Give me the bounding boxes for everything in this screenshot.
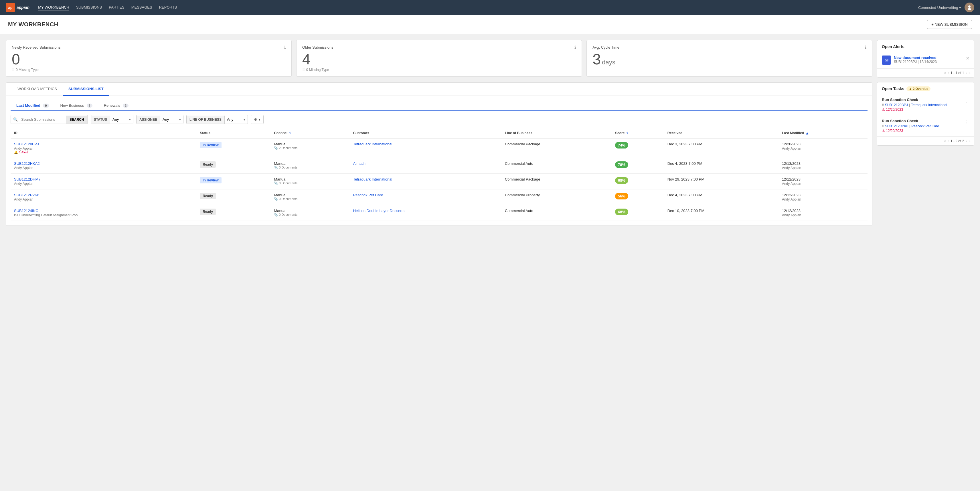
alert-title[interactable]: New document received [894, 56, 963, 60]
channel-info-icon[interactable]: ℹ [290, 131, 291, 135]
customer-link[interactable]: Helicon Double Layer Desserts [353, 208, 404, 213]
tasks-prev-page-btn[interactable]: ‹ [948, 139, 949, 143]
sub-tab-renewals[interactable]: Renewals 3 [98, 100, 135, 110]
assignee-filter: ASSIGNEE Any [136, 115, 183, 124]
cell-score: 74% [612, 138, 664, 158]
task-more-button[interactable]: ⋮ [964, 98, 969, 104]
tab-workload-metrics[interactable]: WORKLOAD METRICS [12, 83, 63, 96]
alerts-first-page-btn[interactable]: « [944, 71, 946, 75]
lob-filter-select[interactable]: Any [225, 115, 248, 124]
cell-score: 78% [612, 158, 664, 174]
modifier-name: Andy Appian [782, 197, 801, 202]
alert-meta: SUB12120BPJ | 12/14/2023 [894, 60, 963, 64]
submission-assignee: ISU Underwriting Default Assignment Pool [14, 213, 78, 217]
task-more-button[interactable]: ⋮ [964, 119, 969, 125]
task-title: Run Sanction Check [882, 119, 964, 123]
stat-number-newly-received: 0 [12, 52, 286, 67]
search-button[interactable]: SEARCH [66, 116, 88, 124]
cell-customer: Peacock Pet Care [350, 189, 501, 205]
customer-link[interactable]: Tetraquark International [353, 177, 392, 181]
channel-type: Manual [274, 177, 286, 181]
alerts-next-page-btn[interactable]: › [966, 71, 967, 75]
missing-icon-0: ☰ [12, 68, 14, 72]
tasks-first-page-btn[interactable]: « [944, 139, 946, 143]
col-header-last-modified[interactable]: Last Modified ▲ [778, 128, 867, 138]
alerts-prev-page-btn[interactable]: ‹ [948, 71, 949, 75]
customer-link[interactable]: Almach [353, 161, 366, 166]
stat-label-older-submissions: Older Submissions [302, 45, 333, 49]
table-header-row: ID Status Channel ℹ Customer Line of Bus… [11, 128, 867, 138]
modifier-name: Andy Appian [782, 182, 801, 186]
logo-name: appian [17, 5, 29, 10]
info-icon-newly-received[interactable]: ℹ [284, 45, 286, 49]
alert-close-button[interactable]: ✕ [966, 56, 969, 61]
table-row: SUB1212HKA2 Andy Appian Ready Manual 📎 0… [11, 158, 867, 174]
score-info-icon[interactable]: ℹ [627, 131, 628, 135]
submissions-content: Last Modified 9 New Business 6 Renewals … [6, 96, 872, 226]
cell-id: SUB12124IKO ISU Underwriting Default Ass… [11, 205, 196, 221]
col-header-status: Status [196, 128, 270, 138]
cell-score: 68% [612, 174, 664, 189]
nav-reports[interactable]: REPORTS [159, 4, 177, 11]
task-title: Run Sanction Check [882, 98, 964, 102]
nav-links: MY WORKBENCH SUBMISSIONS PARTIES MESSAGE… [38, 4, 910, 11]
left-content: Newly Received Submissions ℹ 0 ☰ 0 Missi… [6, 40, 872, 226]
cell-received: Nov 29, 2023 7:00 PM [664, 174, 778, 189]
info-icon-older-submissions[interactable]: ℹ [574, 45, 576, 49]
cell-received: Dec 4, 2023 7:00 PM [664, 189, 778, 205]
page-title: MY WORKBENCH [8, 21, 58, 28]
submission-id-link[interactable]: SUB1212HKA2 [14, 161, 40, 166]
task-customer-link[interactable]: Tetraquark International [911, 103, 947, 107]
task-submission-link[interactable]: SUB12120BPJ [885, 103, 908, 107]
new-submission-button[interactable]: + NEW SUBMISSION [927, 20, 972, 29]
search-input[interactable] [20, 115, 66, 124]
cell-status: In Review [196, 138, 270, 158]
sub-tab-new-business[interactable]: New Business 6 [55, 100, 98, 110]
avatar[interactable] [964, 3, 974, 12]
user-menu[interactable]: Connected Underwriting ▾ [918, 5, 961, 10]
status-filter-select[interactable]: Any [110, 115, 133, 124]
nav-parties[interactable]: PARTIES [109, 4, 124, 11]
cell-status: Ready [196, 189, 270, 205]
status-badge: Ready [200, 161, 216, 168]
nav-submissions[interactable]: SUBMISSIONS [76, 4, 102, 11]
alerts-last-page-btn[interactable]: » [969, 71, 970, 75]
filter-icon: ⚙ ▾ [254, 117, 261, 122]
nav-my-workbench[interactable]: MY WORKBENCH [38, 4, 69, 11]
cell-status: In Review [196, 174, 270, 189]
sub-tab-last-modified[interactable]: Last Modified 9 [11, 100, 55, 111]
nav-messages[interactable]: MESSAGES [131, 4, 152, 11]
customer-link[interactable]: Peacock Pet Care [353, 193, 383, 197]
filter-options-button[interactable]: ⚙ ▾ [251, 115, 264, 124]
tab-submissions-list[interactable]: SUBMISSIONS LIST [63, 83, 109, 96]
submission-alert: 🔔 1 Alert [14, 151, 193, 154]
svg-point-0 [968, 5, 970, 8]
submission-id-link[interactable]: SUB1212DHM7 [14, 177, 41, 181]
cell-customer: Almach [350, 158, 501, 174]
tasks-last-page-btn[interactable]: » [969, 139, 970, 143]
task-item: Run Sanction Check # SUB1212R2K6 | Peaco… [877, 115, 974, 137]
table-row: SUB1212R2K6 Andy Appian Ready Manual 📎 0… [11, 189, 867, 205]
status-filter-label: STATUS [91, 116, 110, 124]
tasks-next-page-btn[interactable]: › [966, 139, 967, 143]
assignee-filter-select[interactable]: Any [160, 115, 183, 124]
submission-id-link[interactable]: SUB1212R2K6 [14, 193, 39, 197]
stat-card-older-submissions: Older Submissions ℹ 4 ☰ 0 Missing Type [296, 40, 582, 77]
info-icon-avg-cycle-time[interactable]: ℹ [865, 45, 866, 49]
channel-type: Manual [274, 161, 286, 166]
col-header-received: Received [664, 128, 778, 138]
task-customer-link[interactable]: Peacock Pet Care [911, 124, 939, 128]
cell-customer: Tetraquark International [350, 138, 501, 158]
score-badge: 74% [615, 142, 628, 148]
app-logo[interactable]: ap appian [6, 3, 29, 12]
sort-icon-last-modified: ▲ [805, 131, 809, 135]
channel-type: Manual [274, 208, 286, 213]
task-submission-link[interactable]: SUB1212R2K6 [885, 124, 908, 128]
sub-tab-count-last-modified: 9 [43, 103, 49, 108]
cell-last-modified: 12/13/2023 Andy Appian [778, 158, 867, 174]
task-date: ⚠ 12/20/2023 [882, 129, 964, 133]
customer-link[interactable]: Tetraquark International [353, 142, 392, 146]
cell-lob: Commercial Property [501, 189, 612, 205]
submission-id-link[interactable]: SUB12120BPJ [14, 142, 39, 146]
submission-id-link[interactable]: SUB12124IKO [14, 208, 38, 213]
